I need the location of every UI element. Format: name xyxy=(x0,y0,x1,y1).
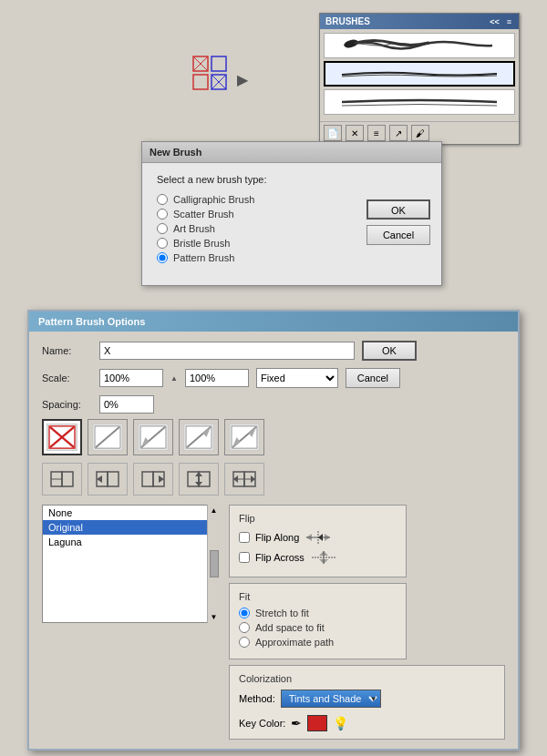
bottom-section: None Original Laguna ▲ ▼ Flip Flip A xyxy=(42,505,505,740)
method-select[interactable]: Tints and Shades None Tints Hue Shift xyxy=(281,690,381,708)
new-brush-buttons: OK Cancel xyxy=(366,199,430,245)
name-label: Name: xyxy=(42,345,92,356)
new-brush-ok-btn[interactable]: OK xyxy=(366,199,430,220)
tile-btn-4[interactable] xyxy=(179,419,219,455)
tile-icon-3[interactable] xyxy=(133,463,173,495)
color-key-row: Key Color: ✒ 💡 xyxy=(239,715,495,731)
calligraphic-label: Calligraphic Brush xyxy=(173,194,254,205)
pattern-brush-title: Pattern Brush Options xyxy=(38,316,145,327)
brush-list-container: None Original Laguna ▲ ▼ xyxy=(42,505,220,740)
scale-input-1[interactable] xyxy=(99,369,163,387)
pattern-cancel-btn[interactable]: Cancel xyxy=(346,368,400,388)
brush-paint-btn[interactable]: 🖌 xyxy=(411,125,429,141)
colorization-panel: Colorization Method: Tints and Shades No… xyxy=(229,665,505,740)
pattern-label: Pattern Brush xyxy=(173,252,234,263)
brushes-title: BRUSHES xyxy=(325,16,370,26)
name-input[interactable] xyxy=(99,342,355,360)
list-scroll-thumb[interactable] xyxy=(210,550,219,577)
list-item-none[interactable]: None xyxy=(43,506,210,520)
brush-item-1[interactable] xyxy=(324,33,515,58)
svg-rect-3 xyxy=(193,75,208,89)
flip-across-label: Flip Across xyxy=(255,552,304,563)
svg-rect-30 xyxy=(62,472,73,486)
key-color-label: Key Color: xyxy=(239,718,285,729)
new-brush-body: Select a new brush type: Calligraphic Br… xyxy=(142,163,441,285)
spacing-label: Spacing: xyxy=(42,399,92,410)
brushes-collapse-btn[interactable]: << xyxy=(488,17,501,26)
tile-section xyxy=(42,419,505,501)
hint-icon[interactable]: 💡 xyxy=(333,716,348,730)
tile-row-1 xyxy=(42,419,505,455)
fit-stretch-label: Stretch to fit xyxy=(255,608,309,618)
new-brush-btn[interactable]: 📄 xyxy=(324,125,342,141)
new-brush-cancel-btn[interactable]: Cancel xyxy=(366,225,430,245)
scale-row: Scale: ▲ Fixed Random Cancel xyxy=(42,368,505,388)
fit-stretch-radio[interactable] xyxy=(239,608,250,618)
tile-btn-3[interactable] xyxy=(133,419,173,455)
brush-options-btn[interactable]: ≡ xyxy=(367,125,386,141)
fit-approx-label: Approximate path xyxy=(255,637,334,648)
fit-panel: Fit Stretch to fit Add space to fit Appr… xyxy=(229,583,407,659)
pattern-brush-titlebar: Pattern Brush Options xyxy=(29,312,518,332)
tile-icon-1[interactable] xyxy=(42,463,82,495)
flip-across-checkbox[interactable] xyxy=(239,552,250,563)
svg-rect-33 xyxy=(108,472,119,486)
method-label: Method: xyxy=(239,693,275,704)
fit-addspace-radio[interactable] xyxy=(239,622,250,633)
flip-across-icon xyxy=(310,549,337,566)
list-item-original[interactable]: Original xyxy=(43,520,210,535)
brush-list[interactable]: None Original Laguna xyxy=(42,505,211,623)
brushes-menu-btn[interactable]: ≡ xyxy=(505,17,513,26)
delete-brush-btn[interactable]: ✕ xyxy=(346,125,364,141)
arrow-indicator: ▶ xyxy=(237,71,248,88)
flip-along-checkbox[interactable] xyxy=(239,532,250,543)
brushes-panel: BRUSHES << ≡ xyxy=(319,13,520,145)
tile-icon-5[interactable] xyxy=(224,463,264,495)
brush-item-2[interactable] xyxy=(324,61,515,87)
new-brush-prompt: Select a new brush type: xyxy=(157,174,427,185)
list-scroll-up[interactable]: ▲ xyxy=(211,506,218,515)
new-brush-dialog: New Brush Select a new brush type: Calli… xyxy=(141,141,442,286)
art-label: Art Brush xyxy=(173,223,215,234)
fit-addspace-row: Add space to fit xyxy=(239,622,397,633)
scale-arrow-up: ▲ xyxy=(170,374,178,383)
scale-type-select[interactable]: Fixed Random xyxy=(256,368,338,388)
artwork-symbol xyxy=(191,55,228,91)
colorization-title: Colorization xyxy=(239,673,495,684)
pattern-brush-dialog: Pattern Brush Options Name: OK Scale: ▲ … xyxy=(27,310,520,751)
scatter-label: Scatter Brush xyxy=(173,209,234,220)
tile-icon-4[interactable] xyxy=(179,463,219,495)
svg-marker-37 xyxy=(159,475,164,483)
pattern-ok-btn[interactable]: OK xyxy=(362,341,417,361)
right-section: Flip Flip Along xyxy=(229,505,505,740)
tile-btn-5[interactable] xyxy=(224,419,264,455)
fit-approx-radio[interactable] xyxy=(239,637,250,648)
fit-title: Fit xyxy=(239,591,397,602)
tile-btn-2[interactable] xyxy=(88,419,128,455)
list-scroll-down[interactable]: ▼ xyxy=(211,613,218,621)
scale-input-2[interactable] xyxy=(185,369,249,387)
brushes-titlebar: BRUSHES << ≡ xyxy=(320,14,519,29)
brush-apply-btn[interactable]: ↗ xyxy=(389,125,408,141)
flip-title: Flip xyxy=(239,513,397,524)
tile-icon-2[interactable] xyxy=(88,463,128,495)
flip-along-label: Flip Along xyxy=(255,532,299,543)
svg-rect-2 xyxy=(212,56,226,71)
key-color-swatch[interactable] xyxy=(307,715,327,731)
list-item-laguna[interactable]: Laguna xyxy=(43,535,210,549)
radio-pattern[interactable]: Pattern Brush xyxy=(157,252,427,263)
new-brush-titlebar: New Brush xyxy=(142,142,441,163)
scale-label: Scale: xyxy=(42,373,92,383)
tile-row-2 xyxy=(42,463,505,495)
color-method-row: Method: Tints and Shades None Tints Hue … xyxy=(239,690,495,708)
spacing-row: Spacing: xyxy=(42,395,505,414)
spacing-input[interactable] xyxy=(99,395,154,414)
brush-item-3[interactable] xyxy=(324,89,515,115)
flip-across-icon-area xyxy=(310,549,337,566)
flip-panel: Flip Flip Along xyxy=(229,505,407,577)
eyedropper-icon[interactable]: ✒ xyxy=(291,716,302,730)
name-row: Name: OK xyxy=(42,341,505,361)
method-select-wrapper: Tints and Shades None Tints Hue Shift ▼ xyxy=(281,690,381,708)
fit-approx-row: Approximate path xyxy=(239,637,397,648)
tile-btn-1[interactable] xyxy=(42,419,82,455)
